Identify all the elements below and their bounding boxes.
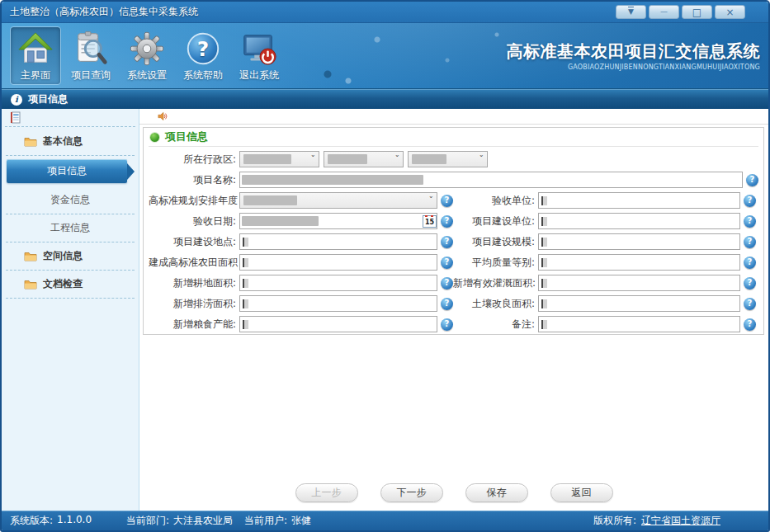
department-label: 当前部门: xyxy=(126,514,169,528)
help-icon[interactable]: ? xyxy=(441,195,453,207)
button-row: 上一步 下一步 保存 返回 xyxy=(139,483,768,502)
rollup-button[interactable]: ▼ xyxy=(616,5,646,19)
help-icon[interactable]: ? xyxy=(744,195,756,207)
acceptance-unit-input[interactable] xyxy=(538,192,740,209)
settings-gear-icon xyxy=(128,30,166,68)
help-icon[interactable]: ? xyxy=(744,236,756,248)
chevron-down-icon: ˇ xyxy=(311,155,316,164)
text-caret xyxy=(243,258,248,267)
toolbar-item-project-query[interactable]: 项目查询 xyxy=(64,26,117,85)
exit-system-icon xyxy=(240,30,278,68)
field-label: 项目建设规模: xyxy=(453,235,538,249)
rollup-icon: ▼ xyxy=(628,8,634,16)
form-row-region: 所在行政区: ˇ ˇ ˇ xyxy=(149,151,758,167)
chevron-down-icon: ˇ xyxy=(395,155,400,164)
form-row: 新增耕地面积: ? 新增有效灌溉面积: ? xyxy=(149,275,758,291)
toolbar-item-system-settings[interactable]: 系统设置 xyxy=(120,26,173,85)
form-row-project-name: 项目名称: ? xyxy=(149,172,758,188)
help-icon[interactable]: ? xyxy=(441,298,453,310)
save-button[interactable]: 保存 xyxy=(465,483,528,502)
sidebar-item-project-info[interactable]: 项目信息 xyxy=(7,159,127,183)
text-caret xyxy=(541,196,547,205)
toolbar-item-home[interactable]: 主界面 xyxy=(10,26,61,85)
minimize-button[interactable]: — xyxy=(649,5,679,19)
content-spacer xyxy=(139,335,768,483)
new-cultivated-area-input[interactable] xyxy=(239,275,437,291)
plan-year-select[interactable]: ˇ xyxy=(239,192,437,209)
home-icon xyxy=(17,30,54,68)
help-icon[interactable]: ? xyxy=(744,298,756,310)
toolbar-item-label: 系统帮助 xyxy=(183,68,223,82)
help-icon[interactable]: ? xyxy=(744,257,756,269)
form-row: 新增排涝面积: ? 土壤改良面积: ? xyxy=(149,295,758,312)
copyright: 版权所有: 辽宁省国土资源厅 xyxy=(593,514,720,528)
help-icon[interactable]: ? xyxy=(746,174,758,186)
remark-input[interactable] xyxy=(538,316,740,332)
redacted-value xyxy=(243,195,297,205)
text-caret xyxy=(541,299,547,308)
province-select[interactable]: ˇ xyxy=(239,151,319,167)
city-select[interactable]: ˇ xyxy=(324,151,404,167)
prev-step-button[interactable]: 上一步 xyxy=(295,483,358,502)
form-row: 新增粮食产能: ? 备注: ? xyxy=(149,316,758,332)
project-info-form: 项目信息 所在行政区: ˇ ˇ ˇ xyxy=(143,127,764,335)
back-button[interactable]: 返回 xyxy=(550,483,613,502)
field-label: 新增粮食产能: xyxy=(149,318,239,332)
calendar-icon[interactable]: 15 xyxy=(423,215,437,228)
toolbar-item-system-help[interactable]: ? 系统帮助 xyxy=(177,26,229,85)
form-row: 高标准规划安排年度 ˇ ? 验收单位: ? xyxy=(149,192,758,209)
field-label: 新增耕地面积: xyxy=(149,276,239,290)
sidebar-item-engineering-info[interactable]: 工程信息 xyxy=(6,214,135,242)
new-grain-capacity-input[interactable] xyxy=(239,316,437,332)
toolbar-item-exit-system[interactable]: 退出系统 xyxy=(233,26,286,85)
folder-icon xyxy=(24,279,37,290)
new-irrigated-area-input[interactable] xyxy=(538,275,740,291)
statusbar: 系统版本: 1.1.0.0 当前部门: 大洼县农业局 当前用户: 张健 版权所有… xyxy=(2,511,768,530)
sidebar-item-fund-info[interactable]: 资金信息 xyxy=(6,186,135,214)
help-icon[interactable]: ? xyxy=(744,318,756,331)
help-icon[interactable]: ? xyxy=(441,236,453,248)
main-panel: 项目信息 所在行政区: ˇ ˇ ˇ xyxy=(139,109,768,511)
user-value: 张健 xyxy=(291,514,311,528)
maximize-button[interactable]: □ xyxy=(682,5,712,19)
minimize-icon: — xyxy=(660,8,668,16)
help-icon[interactable]: ? xyxy=(441,277,453,290)
page-title: 项目信息 xyxy=(28,92,68,106)
field-label: 验收日期: xyxy=(149,214,239,228)
system-help-icon: ? xyxy=(184,30,222,68)
next-step-button[interactable]: 下一步 xyxy=(380,483,443,502)
speaker-icon[interactable] xyxy=(158,111,168,121)
sidebar-item-basic-info[interactable]: 基本信息 xyxy=(6,128,135,156)
county-select[interactable]: ˇ xyxy=(408,151,488,167)
construction-scale-input[interactable] xyxy=(538,233,740,250)
text-caret xyxy=(243,279,248,288)
construction-location-input[interactable] xyxy=(239,233,437,250)
field-label: 新增有效灌溉面积: xyxy=(453,276,538,290)
copyright-link[interactable]: 辽宁省国土资源厅 xyxy=(641,514,720,528)
help-icon[interactable]: ? xyxy=(441,318,453,331)
field-label: 所在行政区: xyxy=(149,153,239,167)
help-icon[interactable]: ? xyxy=(744,215,756,228)
project-name-input[interactable] xyxy=(239,172,743,188)
toolbar-item-label: 系统设置 xyxy=(127,68,167,82)
brand-title: 高标准基本农田项目汇交信息系统 xyxy=(507,40,761,63)
close-button[interactable]: × xyxy=(715,5,745,19)
soil-improvement-area-input[interactable] xyxy=(538,295,740,312)
construction-unit-input[interactable] xyxy=(538,213,740,229)
sidebar-item-spatial-info[interactable]: 空间信息 xyxy=(6,242,135,271)
sidebar-item-document-check[interactable]: 文档检查 xyxy=(6,271,135,299)
help-icon[interactable]: ? xyxy=(744,277,756,290)
avg-quality-grade-input[interactable] xyxy=(538,254,740,271)
brand: 高标准基本农田项目汇交信息系统 GAOBIAOZHUNJIBENNONGTIAN… xyxy=(507,40,763,71)
help-icon[interactable]: ? xyxy=(441,257,453,269)
folder-icon xyxy=(24,136,37,147)
new-drainage-area-input[interactable] xyxy=(239,295,437,312)
chevron-down-icon: ˇ xyxy=(429,196,434,205)
built-farmland-area-input[interactable] xyxy=(239,254,437,271)
help-icon[interactable]: ? xyxy=(441,215,453,228)
window-title: 土地整治（高标准农田）信息集中采集系统 xyxy=(10,5,198,19)
department-value: 大洼县农业局 xyxy=(173,514,233,528)
app-window: 土地整治（高标准农田）信息集中采集系统 ▼ — □ × 主界面 xyxy=(0,0,770,532)
redacted-value xyxy=(243,154,291,164)
acceptance-date-input[interactable]: 15 xyxy=(239,213,437,229)
